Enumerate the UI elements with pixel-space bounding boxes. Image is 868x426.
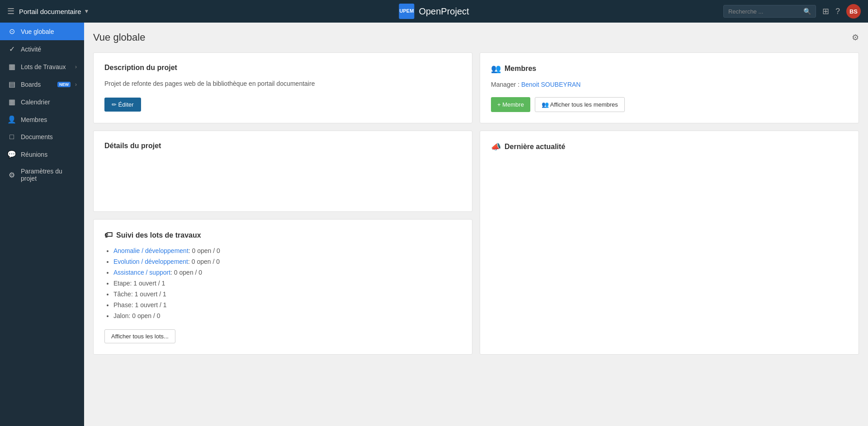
suivi-link-evolution[interactable]: Evolution / développement — [113, 258, 188, 265]
list-item: Assistance / support: 0 open / 0 — [113, 269, 461, 276]
page-settings-icon[interactable]: ⚙ — [852, 33, 859, 42]
sidebar-label-calendrier: Calendrier — [21, 98, 77, 106]
details-card-title: Détails du projet — [104, 142, 461, 150]
page-title: Vue globale — [93, 32, 145, 43]
settings-icon: ⚙ — [7, 171, 16, 179]
edit-button[interactable]: ✏ Éditer — [104, 98, 141, 112]
arrow-icon-boards: › — [75, 81, 77, 88]
show-all-button[interactable]: Afficher tous les lots... — [104, 329, 175, 343]
suivi-text-2: : 0 open / 0 — [170, 269, 202, 276]
app-name: OpenProject — [419, 6, 469, 17]
check-icon: ✓ — [7, 45, 16, 53]
membres-card-title-text: Membres — [505, 65, 536, 73]
members-actions: + Membre 👥 Afficher tous les membres — [491, 97, 848, 112]
sidebar-label-vue-globale: Vue globale — [21, 28, 77, 35]
meeting-icon: 💬 — [7, 150, 16, 159]
search-box[interactable]: 🔍 — [723, 5, 816, 18]
content-area: Vue globale ⚙ Description du projet Proj… — [84, 23, 868, 426]
suivi-card-title-text: Suivi des lots de travaux — [116, 231, 201, 239]
search-icon: 🔍 — [803, 8, 811, 15]
top-header: ☰ Portail documentaire ▼ UP EM OpenProje… — [0, 0, 868, 23]
derniere-card: 📣 Dernière actualité — [480, 131, 859, 355]
list-item: Etape: 1 ouvert / 1 — [113, 280, 461, 287]
list-item: Jalon: 0 open / 0 — [113, 312, 461, 319]
help-icon[interactable]: ? — [835, 7, 840, 16]
sidebar-label-parametres: Paramètres du projet — [21, 168, 77, 182]
sidebar-item-reunions[interactable]: 💬 Réunions — [0, 145, 84, 163]
members-group-icon: 👥 — [491, 64, 501, 74]
suivi-list: Anomalie / développement: 0 open / 0 Evo… — [104, 247, 461, 319]
list-item: Evolution / développement: 0 open / 0 — [113, 258, 461, 265]
suivi-text-0: : 0 open / 0 — [189, 247, 220, 254]
project-name-label: Portail documentaire — [19, 8, 81, 15]
sidebar-item-calendrier[interactable]: ▦ Calendrier — [0, 93, 84, 111]
suivi-text-5: Phase: 1 ouvert / 1 — [113, 301, 167, 309]
sidebar-item-vue-globale[interactable]: ⊙ Vue globale — [0, 23, 84, 40]
details-card-title-text: Détails du projet — [104, 142, 161, 150]
membres-card: 👥 Membres Manager : Benoit SOUBEYRAN + M… — [480, 52, 859, 123]
boards-icon: ▤ — [7, 80, 16, 89]
sidebar-item-activite[interactable]: ✓ Activité — [0, 40, 84, 58]
calendar-icon: ▦ — [7, 98, 16, 106]
sidebar-label-boards: Boards — [21, 81, 51, 88]
sidebar-label-reunions: Réunions — [21, 151, 77, 158]
derniere-card-title-text: Dernière actualité — [505, 143, 565, 151]
suivi-link-anomalie[interactable]: Anomalie / développement — [113, 247, 189, 254]
list-item: Tâche: 1 ouvert / 1 — [113, 290, 461, 298]
grid-small-icon: ▦ — [7, 62, 16, 71]
add-member-button[interactable]: + Membre — [491, 97, 530, 112]
members-icon: 👤 — [7, 115, 16, 124]
sidebar: ⊙ Vue globale ✓ Activité ▦ Lots de Trava… — [0, 23, 84, 426]
header-center: UP EM OpenProject — [399, 4, 469, 19]
list-item: Anomalie / développement: 0 open / 0 — [113, 247, 461, 254]
news-icon: 📣 — [491, 142, 501, 152]
search-input[interactable] — [728, 8, 801, 15]
view-members-button[interactable]: 👥 Afficher tous les membres — [535, 97, 625, 112]
suivi-link-assistance[interactable]: Assistance / support — [113, 269, 170, 276]
user-avatar[interactable]: BS — [846, 4, 861, 19]
sidebar-label-activite: Activité — [21, 46, 77, 53]
sidebar-label-membres: Membres — [21, 116, 77, 123]
app-logo: UP EM — [399, 4, 414, 19]
list-item: Phase: 1 ouvert / 1 — [113, 301, 461, 309]
header-left: ☰ Portail documentaire ▼ — [7, 6, 89, 16]
manager-line: Manager : Benoit SOUBEYRAN — [491, 81, 848, 88]
suivi-text-4: Tâche: 1 ouvert / 1 — [113, 290, 166, 298]
sidebar-label-lots: Lots de Travaux — [21, 63, 71, 70]
details-card: Détails du projet — [93, 131, 472, 212]
hamburger-button[interactable]: ☰ — [7, 6, 14, 16]
document-icon: □ — [7, 133, 16, 141]
manager-link[interactable]: Benoit SOUBEYRAN — [521, 81, 581, 88]
suivi-text-6: Jalon: 0 open / 0 — [113, 312, 160, 319]
suivi-text-3: Etape: 1 ouvert / 1 — [113, 280, 165, 287]
sidebar-item-membres[interactable]: 👤 Membres — [0, 111, 84, 128]
membres-card-title: 👥 Membres — [491, 64, 848, 74]
sidebar-item-lots-de-travaux[interactable]: ▦ Lots de Travaux › — [0, 58, 84, 75]
main-layout: ⊙ Vue globale ✓ Activité ▦ Lots de Trava… — [0, 23, 868, 426]
arrow-icon-lots: › — [75, 64, 77, 70]
grid-icon[interactable]: ⊞ — [822, 6, 829, 16]
sidebar-item-parametres[interactable]: ⚙ Paramètres du projet — [0, 163, 84, 187]
home-icon: ⊙ — [7, 27, 16, 36]
header-right: 🔍 ⊞ ? BS — [723, 4, 861, 19]
manager-prefix: Manager : — [491, 81, 521, 88]
sidebar-label-documents: Documents — [21, 133, 77, 140]
description-card: Description du projet Projet de refonte … — [93, 52, 472, 123]
suivi-card-title: 🏷 Suivi des lots de travaux — [104, 230, 461, 240]
description-card-title: Description du projet — [104, 64, 461, 72]
cards-grid: Description du projet Projet de refonte … — [93, 52, 859, 355]
description-text: Projet de refonte des pages web de la bi… — [104, 79, 461, 89]
description-card-title-text: Description du projet — [104, 64, 177, 72]
project-name[interactable]: Portail documentaire ▼ — [19, 8, 89, 15]
content-header: Vue globale ⚙ — [93, 32, 859, 43]
suivi-text-1: : 0 open / 0 — [188, 258, 220, 265]
project-chevron-icon: ▼ — [84, 8, 90, 14]
sidebar-item-boards[interactable]: ▤ Boards NEW › — [0, 75, 84, 93]
suivi-card: 🏷 Suivi des lots de travaux Anomalie / d… — [93, 219, 472, 355]
sidebar-item-documents[interactable]: □ Documents — [0, 128, 84, 145]
derniere-card-title: 📣 Dernière actualité — [491, 142, 848, 152]
tag-icon: 🏷 — [104, 230, 113, 240]
new-badge: NEW — [57, 82, 71, 87]
